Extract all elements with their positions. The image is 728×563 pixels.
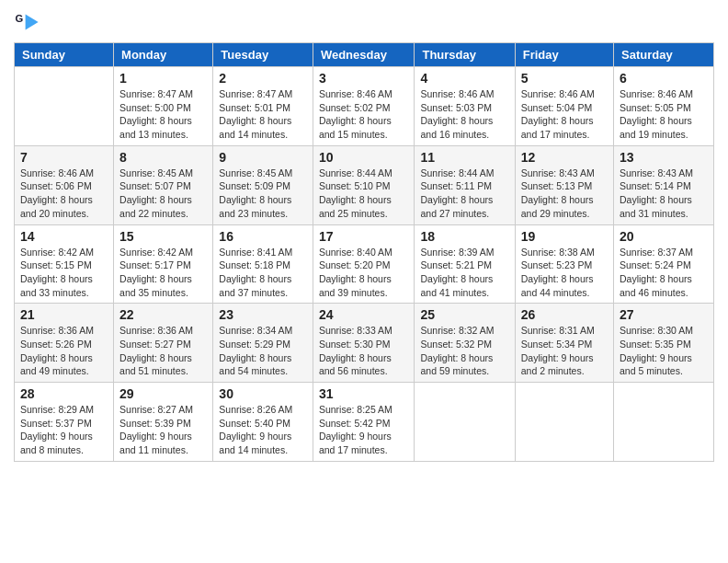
cell-info: Sunrise: 8:46 AMSunset: 5:06 PMDaylight:… [20,167,108,221]
calendar-cell: 23Sunrise: 8:34 AMSunset: 5:29 PMDayligh… [213,304,313,383]
calendar-cell: 20Sunrise: 8:37 AMSunset: 5:24 PMDayligh… [614,224,714,304]
calendar-cell: 2Sunrise: 8:47 AMSunset: 5:01 PMDaylight… [213,67,313,146]
date-number: 3 [319,71,409,86]
date-number: 11 [420,150,508,165]
calendar-cell: 18Sunrise: 8:39 AMSunset: 5:21 PMDayligh… [415,224,515,304]
cell-info: Sunrise: 8:26 AMSunset: 5:40 PMDaylight:… [219,403,307,457]
date-number: 17 [319,229,409,244]
calendar-cell: 30Sunrise: 8:26 AMSunset: 5:40 PMDayligh… [213,383,313,462]
date-number: 29 [119,386,207,401]
calendar-cell: 29Sunrise: 8:27 AMSunset: 5:39 PMDayligh… [114,383,213,462]
day-header-wednesday: Wednesday [313,43,415,67]
header: G [14,9,714,35]
date-number: 7 [20,150,108,165]
svg-text:G: G [15,13,23,24]
date-number: 5 [521,71,608,86]
cell-info: Sunrise: 8:30 AMSunset: 5:35 PMDaylight:… [620,324,708,378]
calendar-cell [15,67,114,146]
calendar-cell: 21Sunrise: 8:36 AMSunset: 5:26 PMDayligh… [15,304,114,383]
cell-info: Sunrise: 8:43 AMSunset: 5:14 PMDaylight:… [620,167,708,221]
calendar-cell: 4Sunrise: 8:46 AMSunset: 5:03 PMDaylight… [415,67,515,146]
cell-info: Sunrise: 8:39 AMSunset: 5:21 PMDaylight:… [420,246,508,300]
calendar-cell: 3Sunrise: 8:46 AMSunset: 5:02 PMDaylight… [313,67,415,146]
date-number: 2 [219,71,307,86]
cell-info: Sunrise: 8:32 AMSunset: 5:32 PMDaylight:… [420,324,508,378]
cell-info: Sunrise: 8:45 AMSunset: 5:07 PMDaylight:… [119,167,207,221]
day-header-tuesday: Tuesday [213,43,313,67]
day-header-sunday: Sunday [15,43,114,67]
date-number: 16 [219,229,307,244]
calendar-cell: 15Sunrise: 8:42 AMSunset: 5:17 PMDayligh… [114,224,213,304]
cell-info: Sunrise: 8:47 AMSunset: 5:00 PMDaylight:… [119,87,207,142]
date-number: 6 [620,71,708,86]
calendar-cell: 16Sunrise: 8:41 AMSunset: 5:18 PMDayligh… [213,224,313,304]
date-number: 10 [319,150,409,165]
calendar-cell: 17Sunrise: 8:40 AMSunset: 5:20 PMDayligh… [313,224,415,304]
date-number: 28 [20,386,108,401]
date-number: 19 [521,229,608,244]
date-number: 20 [620,229,708,244]
day-header-friday: Friday [515,43,613,67]
calendar-cell: 8Sunrise: 8:45 AMSunset: 5:07 PMDaylight… [114,145,213,224]
cell-info: Sunrise: 8:45 AMSunset: 5:09 PMDaylight:… [219,167,307,221]
cell-info: Sunrise: 8:41 AMSunset: 5:18 PMDaylight:… [219,246,307,300]
date-number: 24 [319,307,409,322]
week-row-1: 1Sunrise: 8:47 AMSunset: 5:00 PMDaylight… [15,67,714,146]
cell-info: Sunrise: 8:46 AMSunset: 5:04 PMDaylight:… [521,87,608,142]
date-number: 13 [620,150,708,165]
cell-info: Sunrise: 8:46 AMSunset: 5:03 PMDaylight:… [420,87,508,142]
cell-info: Sunrise: 8:27 AMSunset: 5:39 PMDaylight:… [119,403,207,457]
date-number: 30 [219,386,307,401]
date-number: 14 [20,229,108,244]
calendar-cell: 11Sunrise: 8:44 AMSunset: 5:11 PMDayligh… [415,145,515,224]
calendar-cell: 10Sunrise: 8:44 AMSunset: 5:10 PMDayligh… [313,145,415,224]
cell-info: Sunrise: 8:36 AMSunset: 5:26 PMDaylight:… [20,324,108,378]
calendar-cell: 7Sunrise: 8:46 AMSunset: 5:06 PMDaylight… [15,145,114,224]
calendar-cell: 13Sunrise: 8:43 AMSunset: 5:14 PMDayligh… [614,145,714,224]
logo-icon: G [14,9,40,35]
day-header-saturday: Saturday [614,43,714,67]
calendar-cell: 1Sunrise: 8:47 AMSunset: 5:00 PMDaylight… [114,67,213,146]
logo: G [14,9,43,35]
date-number: 23 [219,307,307,322]
calendar-cell: 19Sunrise: 8:38 AMSunset: 5:23 PMDayligh… [515,224,613,304]
calendar-table: SundayMondayTuesdayWednesdayThursdayFrid… [14,42,714,462]
calendar-cell: 14Sunrise: 8:42 AMSunset: 5:15 PMDayligh… [15,224,114,304]
cell-info: Sunrise: 8:44 AMSunset: 5:10 PMDaylight:… [319,167,409,221]
cell-info: Sunrise: 8:42 AMSunset: 5:17 PMDaylight:… [119,246,207,300]
cell-info: Sunrise: 8:31 AMSunset: 5:34 PMDaylight:… [521,324,608,378]
cell-info: Sunrise: 8:38 AMSunset: 5:23 PMDaylight:… [521,246,608,300]
calendar-cell: 9Sunrise: 8:45 AMSunset: 5:09 PMDaylight… [213,145,313,224]
week-row-2: 7Sunrise: 8:46 AMSunset: 5:06 PMDaylight… [15,145,714,224]
cell-info: Sunrise: 8:46 AMSunset: 5:05 PMDaylight:… [620,87,708,142]
date-number: 26 [521,307,608,322]
date-number: 27 [620,307,708,322]
calendar-cell [415,383,515,462]
cell-info: Sunrise: 8:40 AMSunset: 5:20 PMDaylight:… [319,246,409,300]
calendar-cell: 22Sunrise: 8:36 AMSunset: 5:27 PMDayligh… [114,304,213,383]
cell-info: Sunrise: 8:46 AMSunset: 5:02 PMDaylight:… [319,87,409,142]
calendar-cell: 6Sunrise: 8:46 AMSunset: 5:05 PMDaylight… [614,67,714,146]
date-number: 21 [20,307,108,322]
cell-info: Sunrise: 8:44 AMSunset: 5:11 PMDaylight:… [420,167,508,221]
calendar-cell: 28Sunrise: 8:29 AMSunset: 5:37 PMDayligh… [15,383,114,462]
date-number: 8 [119,150,207,165]
calendar-cell: 12Sunrise: 8:43 AMSunset: 5:13 PMDayligh… [515,145,613,224]
calendar-cell: 27Sunrise: 8:30 AMSunset: 5:35 PMDayligh… [614,304,714,383]
cell-info: Sunrise: 8:47 AMSunset: 5:01 PMDaylight:… [219,87,307,142]
cell-info: Sunrise: 8:25 AMSunset: 5:42 PMDaylight:… [319,403,409,457]
calendar-cell: 31Sunrise: 8:25 AMSunset: 5:42 PMDayligh… [313,383,415,462]
calendar-cell: 24Sunrise: 8:33 AMSunset: 5:30 PMDayligh… [313,304,415,383]
day-header-monday: Monday [114,43,213,67]
date-number: 15 [119,229,207,244]
date-number: 12 [521,150,608,165]
svg-marker-1 [26,15,39,30]
cell-info: Sunrise: 8:42 AMSunset: 5:15 PMDaylight:… [20,246,108,300]
cell-info: Sunrise: 8:43 AMSunset: 5:13 PMDaylight:… [521,167,608,221]
cell-info: Sunrise: 8:36 AMSunset: 5:27 PMDaylight:… [119,324,207,378]
date-number: 31 [319,386,409,401]
date-number: 4 [420,71,508,86]
week-row-4: 21Sunrise: 8:36 AMSunset: 5:26 PMDayligh… [15,304,714,383]
date-number: 25 [420,307,508,322]
date-number: 9 [219,150,307,165]
